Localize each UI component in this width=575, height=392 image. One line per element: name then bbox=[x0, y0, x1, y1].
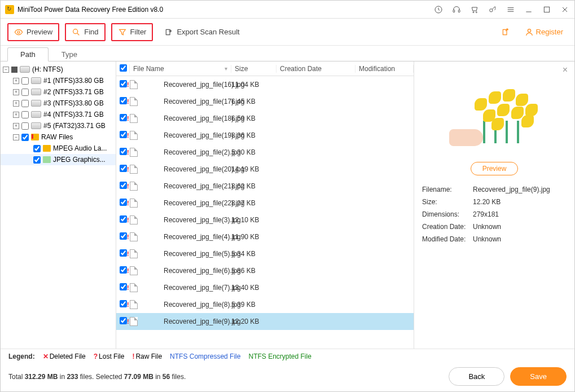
table-row[interactable]: Recovered_jpg_file(6).jpg5.86 KB bbox=[116, 262, 414, 279]
col-creation-date[interactable]: Creation Date bbox=[276, 65, 355, 73]
table-row[interactable]: Recovered_jpg_file(3).jpg12.10 KB bbox=[116, 212, 414, 228]
file-icon bbox=[130, 165, 138, 174]
toolbar: Preview Find Filter Export Scan Result R… bbox=[1, 19, 574, 46]
share-button[interactable] bbox=[497, 25, 515, 39]
row-checkbox[interactable] bbox=[120, 97, 127, 104]
table-row[interactable]: Recovered_jpg_file(7).jpg13.40 KB bbox=[116, 279, 414, 296]
row-checkbox[interactable] bbox=[120, 232, 127, 240]
row-checkbox[interactable] bbox=[120, 300, 127, 307]
file-size: 8.36 KB bbox=[231, 131, 276, 139]
row-checkbox[interactable] bbox=[120, 266, 127, 274]
folder-tree[interactable]: −(H: NTFS) +#1 (NTFS)33.80 GB+#2 (NTFS)3… bbox=[1, 61, 116, 349]
svg-point-9 bbox=[528, 29, 530, 32]
row-checkbox[interactable] bbox=[120, 249, 127, 257]
find-label: Find bbox=[84, 28, 98, 36]
row-checkbox[interactable] bbox=[120, 165, 127, 172]
close-icon[interactable] bbox=[560, 5, 570, 15]
table-row[interactable]: Recovered_jpg_file(22).jpg8.27 KB bbox=[116, 195, 414, 212]
row-checkbox[interactable] bbox=[120, 283, 127, 290]
col-modification[interactable]: Modification bbox=[355, 65, 414, 73]
file-size: 8.62 KB bbox=[231, 182, 276, 190]
tab-path[interactable]: Path bbox=[7, 47, 49, 61]
table-row[interactable]: Recovered_jpg_file(20).jpg14.19 KB bbox=[116, 161, 414, 178]
tree-root[interactable]: −(H: NTFS) bbox=[1, 64, 116, 75]
table-row[interactable]: Recovered_jpg_file(16).jpg11.04 KB bbox=[116, 76, 414, 93]
table-row[interactable]: Recovered_jpg_file(19).jpg8.36 KB bbox=[116, 127, 414, 144]
footer: Total 312.29 MB in 233 files. Selected 7… bbox=[1, 362, 574, 391]
svg-rect-6 bbox=[544, 7, 549, 12]
legend-ntfs-encrypted: NTFS Encrypted File bbox=[248, 353, 311, 360]
close-preview-icon[interactable]: × bbox=[563, 65, 568, 75]
row-checkbox[interactable] bbox=[120, 131, 127, 138]
minimize-icon[interactable] bbox=[524, 5, 534, 15]
maximize-icon[interactable] bbox=[542, 5, 552, 15]
headset-icon[interactable] bbox=[451, 5, 462, 15]
update-icon[interactable] bbox=[433, 5, 444, 15]
title-bar: MiniTool Power Data Recovery Free Editio… bbox=[1, 1, 574, 19]
file-size: 5.86 KB bbox=[231, 267, 276, 275]
meta-dimensions: 279x181 bbox=[473, 210, 567, 218]
table-row[interactable]: Recovered_jpg_file(2).jpg5.30 KB bbox=[116, 144, 414, 161]
app-logo-icon bbox=[5, 5, 14, 14]
preview-label: Preview bbox=[27, 28, 52, 36]
row-checkbox[interactable] bbox=[120, 199, 127, 206]
legend-title: Legend: bbox=[8, 353, 35, 360]
col-size[interactable]: Size bbox=[231, 65, 276, 73]
row-checkbox[interactable] bbox=[120, 317, 127, 324]
meta-mdate: Unknown bbox=[473, 235, 567, 243]
row-checkbox[interactable] bbox=[120, 182, 127, 189]
preview-image-button[interactable]: Preview bbox=[471, 162, 519, 175]
tree-raw-files[interactable]: −RAW Files bbox=[1, 131, 116, 143]
preview-button[interactable]: Preview bbox=[7, 23, 59, 41]
list-header: File Name▾ Size Creation Date Modificati… bbox=[116, 61, 414, 76]
save-button[interactable]: Save bbox=[510, 367, 567, 386]
table-row[interactable]: Recovered_jpg_file(8).jpg5.39 KB bbox=[116, 296, 414, 313]
file-name: Recovered_jpg_file(8).jpg bbox=[164, 301, 241, 309]
list-body[interactable]: Recovered_jpg_file(16).jpg11.04 KBRecove… bbox=[116, 76, 414, 349]
tab-type[interactable]: Type bbox=[49, 47, 90, 61]
register-button[interactable]: Register bbox=[520, 25, 568, 39]
meta-filename: Recovered_jpg_file(9).jpg bbox=[473, 186, 567, 193]
back-button[interactable]: Back bbox=[449, 367, 504, 386]
file-name: Recovered_jpg_file(9).jpg bbox=[164, 318, 241, 325]
meta-label: Creation Date: bbox=[422, 223, 473, 231]
tree-partition[interactable]: +#2 (NTFS)33.71 GB bbox=[1, 86, 116, 98]
table-row[interactable]: Recovered_jpg_file(9).jpg12.20 KB bbox=[116, 313, 414, 330]
tree-partition[interactable]: +#4 (NTFS)33.71 GB bbox=[1, 109, 116, 120]
export-button[interactable]: Export Scan Result bbox=[159, 24, 245, 40]
table-row[interactable]: Recovered_jpg_file(18).jpg6.59 KB bbox=[116, 110, 414, 127]
legend: Legend: ✕Deleted File ?Lost File !Raw Fi… bbox=[1, 349, 574, 362]
row-checkbox[interactable] bbox=[120, 80, 127, 87]
table-row[interactable]: Recovered_jpg_file(21).jpg8.62 KB bbox=[116, 178, 414, 195]
file-size: 5.39 KB bbox=[231, 301, 276, 309]
file-icon bbox=[130, 300, 138, 309]
menu-icon[interactable] bbox=[506, 5, 516, 15]
meta-label: Dimensions: bbox=[422, 210, 473, 218]
tree-raw-child[interactable]: JPEG Graphics... bbox=[1, 154, 116, 165]
tree-partition[interactable]: +#3 (NTFS)33.80 GB bbox=[1, 98, 116, 109]
stats-text: Total 312.29 MB in 233 files. Selected 7… bbox=[8, 373, 186, 381]
tree-partition[interactable]: +#5 (FAT32)33.71 GB bbox=[1, 120, 116, 131]
legend-deleted: ✕Deleted File bbox=[43, 353, 86, 360]
table-row[interactable]: Recovered_jpg_file(4).jpg11.90 KB bbox=[116, 228, 414, 245]
tree-raw-child[interactable]: MPEG Audio La... bbox=[1, 143, 116, 154]
table-row[interactable]: Recovered_jpg_file(17).jpg6.45 KB bbox=[116, 93, 414, 110]
col-filename[interactable]: File Name▾ bbox=[130, 65, 231, 73]
filter-button[interactable]: Filter bbox=[111, 23, 153, 41]
export-icon bbox=[164, 28, 173, 37]
table-row[interactable]: Recovered_jpg_file(5).jpg5.34 KB bbox=[116, 245, 414, 262]
svg-point-8 bbox=[73, 29, 78, 33]
find-button[interactable]: Find bbox=[65, 23, 105, 41]
select-all-checkbox[interactable] bbox=[120, 64, 127, 72]
row-checkbox[interactable] bbox=[120, 215, 127, 223]
tree-partition[interactable]: +#1 (NTFS)33.80 GB bbox=[1, 75, 116, 86]
file-list: File Name▾ Size Creation Date Modificati… bbox=[116, 61, 414, 349]
row-checkbox[interactable] bbox=[120, 148, 127, 155]
file-name: Recovered_jpg_file(4).jpg bbox=[164, 233, 241, 241]
row-checkbox[interactable] bbox=[120, 114, 127, 121]
key-icon[interactable] bbox=[488, 5, 498, 15]
meta-cdate: Unknown bbox=[473, 223, 567, 231]
file-size: 6.45 KB bbox=[231, 98, 276, 105]
file-size: 14.19 KB bbox=[231, 165, 276, 173]
cart-icon[interactable] bbox=[469, 5, 480, 15]
